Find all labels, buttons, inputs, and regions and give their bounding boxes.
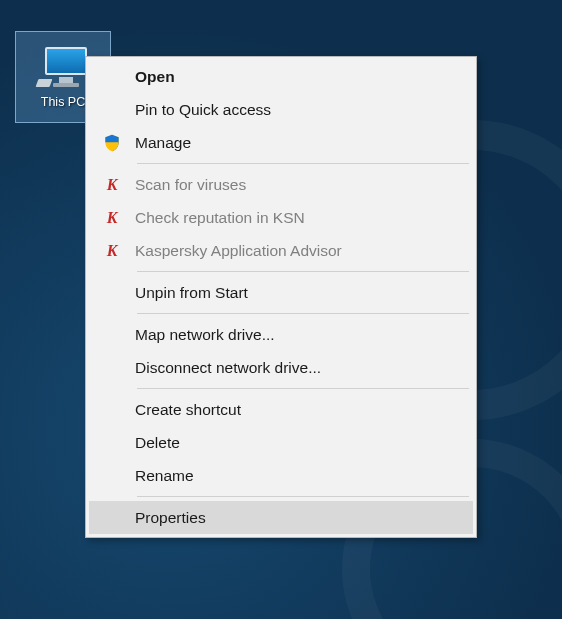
context-menu: Open Pin to Quick access Manage K Scan f… <box>85 56 477 538</box>
menu-item-unpin-start[interactable]: Unpin from Start <box>89 276 473 309</box>
menu-item-manage[interactable]: Manage <box>89 126 473 159</box>
kaspersky-icon: K <box>89 177 135 193</box>
menu-item-check-ksn[interactable]: K Check reputation in KSN <box>89 201 473 234</box>
computer-icon <box>37 47 89 89</box>
menu-separator <box>137 271 469 272</box>
menu-item-rename[interactable]: Rename <box>89 459 473 492</box>
menu-separator <box>137 496 469 497</box>
menu-item-properties[interactable]: Properties <box>89 501 473 534</box>
menu-item-kaspersky-advisor[interactable]: K Kaspersky Application Advisor <box>89 234 473 267</box>
menu-separator <box>137 313 469 314</box>
shield-icon <box>89 133 135 153</box>
menu-separator <box>137 388 469 389</box>
menu-item-map-network-drive[interactable]: Map network drive... <box>89 318 473 351</box>
menu-separator <box>137 163 469 164</box>
kaspersky-icon: K <box>89 243 135 259</box>
menu-item-open[interactable]: Open <box>89 60 473 93</box>
menu-item-create-shortcut[interactable]: Create shortcut <box>89 393 473 426</box>
menu-item-disconnect-network-drive[interactable]: Disconnect network drive... <box>89 351 473 384</box>
desktop-icon-label: This PC <box>41 95 85 109</box>
menu-item-delete[interactable]: Delete <box>89 426 473 459</box>
menu-item-pin-quick-access[interactable]: Pin to Quick access <box>89 93 473 126</box>
menu-item-scan-viruses[interactable]: K Scan for viruses <box>89 168 473 201</box>
kaspersky-icon: K <box>89 210 135 226</box>
